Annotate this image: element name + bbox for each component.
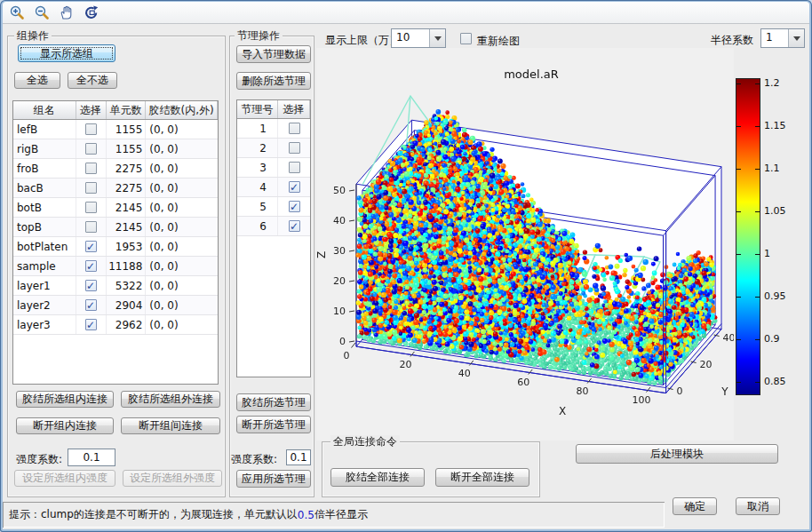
select-all-button[interactable]: 全选 bbox=[14, 72, 60, 89]
group-select-checkbox[interactable]: ✓ bbox=[85, 319, 97, 330]
break-selected-joints-button[interactable]: 断开所选节理 bbox=[236, 416, 311, 433]
colorbar-tick bbox=[755, 382, 760, 383]
group-select-checkbox[interactable]: ✓ bbox=[85, 280, 97, 291]
joint-table-row[interactable]: 3 bbox=[237, 158, 310, 178]
colorbar-tick bbox=[755, 297, 760, 298]
colorbar-tick bbox=[736, 254, 741, 255]
joint-select-checkbox[interactable]: ✓ bbox=[289, 181, 300, 193]
column-header[interactable]: 组名 bbox=[13, 101, 76, 119]
post-process-button[interactable]: 后处理模块 bbox=[576, 444, 778, 464]
joint-table-row[interactable]: 6✓ bbox=[237, 217, 310, 236]
cancel-button[interactable]: 取消 bbox=[736, 497, 780, 515]
group-table-row[interactable]: layer3✓2962(0, 0) bbox=[13, 315, 218, 335]
group-select-checkbox[interactable] bbox=[85, 123, 97, 135]
break-all-button[interactable]: 断开全部连接 bbox=[435, 468, 529, 487]
group-units-cell: 2145 bbox=[107, 218, 147, 236]
redraw-label: 重新绘图 bbox=[477, 34, 520, 49]
show-selected-groups-button[interactable]: 显示所选组 bbox=[18, 44, 115, 62]
column-header[interactable]: 选择 bbox=[278, 100, 310, 118]
group-table-row[interactable]: layer1✓5322(0, 0) bbox=[13, 276, 218, 296]
joint-table-row[interactable]: 4✓ bbox=[237, 178, 310, 197]
pan-hand-icon[interactable] bbox=[58, 4, 76, 21]
column-header[interactable]: 选择 bbox=[76, 101, 107, 119]
colorbar-tick bbox=[736, 169, 741, 170]
rotate-3d-icon[interactable] bbox=[83, 4, 100, 21]
group-table-row[interactable]: bacB2275(0, 0) bbox=[13, 179, 218, 198]
group-name-cell: layer1 bbox=[13, 276, 76, 295]
group-units-cell: 1155 bbox=[107, 120, 147, 139]
column-header[interactable]: 节理号 bbox=[237, 100, 278, 118]
column-header[interactable]: 胶结数(内,外) bbox=[146, 101, 218, 119]
joint-id-cell: 1 bbox=[237, 119, 278, 138]
dropdown-arrow-icon[interactable] bbox=[429, 29, 445, 47]
group-select-checkbox[interactable]: ✓ bbox=[85, 260, 97, 272]
group-table-row[interactable]: layer2✓2904(0, 0) bbox=[13, 296, 218, 315]
group-table-row[interactable]: topB2145(0, 0) bbox=[13, 218, 218, 237]
display-limit-dropdown[interactable]: 10 bbox=[391, 28, 446, 48]
group-name-cell: lefB bbox=[13, 120, 76, 139]
group-select-checkbox[interactable] bbox=[85, 221, 97, 233]
joint-table-row[interactable]: 1 bbox=[237, 119, 310, 139]
delete-selected-joints-button[interactable]: 删除所选节理 bbox=[236, 72, 311, 90]
group-name-cell: layer2 bbox=[13, 296, 76, 314]
redraw-checkbox[interactable] bbox=[460, 33, 472, 44]
group-table-row[interactable]: froB2275(0, 0) bbox=[13, 159, 218, 179]
group-select-cell bbox=[76, 139, 107, 158]
group-select-cell: ✓ bbox=[76, 296, 107, 314]
zoom-in-icon[interactable] bbox=[8, 4, 26, 21]
radius-factor-dropdown[interactable]: 1 bbox=[760, 28, 805, 48]
group-table-row[interactable]: lefB1155(0, 0) bbox=[13, 120, 218, 139]
apply-selected-joints-button[interactable]: 应用所选节理 bbox=[236, 470, 311, 488]
group-bonds-cell: (0, 0) bbox=[146, 276, 218, 295]
particle-3d-plot[interactable] bbox=[316, 48, 734, 441]
break-between-groups-button[interactable]: 断开组间连接 bbox=[121, 417, 220, 434]
group-bonds-cell: (0, 0) bbox=[146, 120, 218, 139]
joint-table-row[interactable]: 2 bbox=[237, 139, 310, 158]
dropdown-arrow-icon[interactable] bbox=[788, 29, 804, 47]
group-name-cell: sample bbox=[13, 257, 76, 275]
group-units-cell: 2275 bbox=[107, 159, 147, 178]
bond-selected-joints-button[interactable]: 胶结所选节理 bbox=[236, 393, 311, 411]
break-in-group-button[interactable]: 断开组内连接 bbox=[16, 417, 114, 434]
groups-table-header: 组名选择单元数胶结数(内,外) bbox=[13, 101, 218, 120]
bond-all-button[interactable]: 胶结全部连接 bbox=[330, 468, 425, 487]
colorbar-tick bbox=[755, 211, 760, 212]
colorbar-tick bbox=[755, 254, 760, 255]
joint-select-cell: ✓ bbox=[278, 197, 310, 216]
group-select-checkbox[interactable] bbox=[85, 163, 97, 174]
group-select-checkbox[interactable] bbox=[85, 202, 97, 213]
group-table-row[interactable]: botB2145(0, 0) bbox=[13, 198, 218, 218]
status-text-suffix: 倍半径显示 bbox=[314, 507, 368, 522]
column-header[interactable]: 单元数 bbox=[107, 101, 147, 119]
joint-id-cell: 3 bbox=[237, 158, 278, 177]
joint-panel-title: 节理操作 bbox=[235, 29, 283, 42]
radius-factor-label: 半径系数 bbox=[711, 33, 753, 48]
group-select-checkbox[interactable]: ✓ bbox=[85, 299, 97, 311]
joint-select-checkbox[interactable]: ✓ bbox=[289, 220, 300, 232]
group-select-checkbox[interactable] bbox=[85, 143, 97, 155]
groups-table[interactable]: 组名选择单元数胶结数(内,外) lefB1155(0, 0)rigB1155(0… bbox=[12, 100, 219, 385]
group-table-row[interactable]: sample✓11188(0, 0) bbox=[13, 257, 218, 276]
joint-strength-field[interactable]: 0.1 bbox=[286, 449, 311, 465]
joint-table-row[interactable]: 5✓ bbox=[237, 197, 310, 217]
joint-select-checkbox[interactable] bbox=[289, 142, 300, 154]
ok-button[interactable]: 确定 bbox=[673, 497, 717, 515]
zoom-out-icon[interactable] bbox=[33, 4, 51, 21]
bond-in-group-button[interactable]: 胶结所选组内连接 bbox=[16, 391, 114, 408]
joint-select-checkbox[interactable] bbox=[289, 123, 300, 134]
group-select-checkbox[interactable]: ✓ bbox=[85, 241, 97, 252]
group-table-row[interactable]: rigB1155(0, 0) bbox=[13, 139, 218, 159]
group-strength-field[interactable]: 0.1 bbox=[68, 449, 115, 466]
set-in-group-strength-button[interactable]: 设定所选组内强度 bbox=[14, 470, 115, 487]
joint-select-checkbox[interactable]: ✓ bbox=[289, 201, 300, 212]
joints-table[interactable]: 节理号选择 1234✓5✓6✓ bbox=[236, 99, 311, 377]
colorbar-tick bbox=[736, 297, 741, 298]
set-out-group-strength-button[interactable]: 设定所选组外强度 bbox=[123, 470, 222, 487]
import-joint-data-button[interactable]: 导入节理数据 bbox=[236, 45, 311, 63]
select-none-button[interactable]: 全不选 bbox=[68, 72, 117, 89]
group-name-cell: froB bbox=[13, 159, 76, 178]
joint-select-checkbox[interactable] bbox=[289, 162, 300, 173]
group-select-checkbox[interactable] bbox=[85, 182, 97, 194]
bond-out-group-button[interactable]: 胶结所选组外连接 bbox=[121, 391, 220, 408]
group-table-row[interactable]: botPlaten✓1953(0, 0) bbox=[13, 237, 218, 257]
